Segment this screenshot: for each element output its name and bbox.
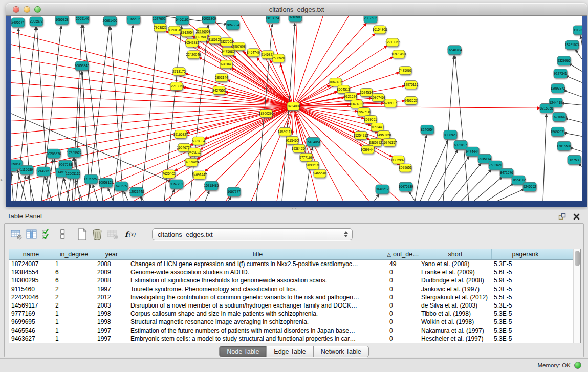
import-table-icon[interactable] — [105, 228, 120, 241]
graph-node[interactable]: 14691447 — [192, 171, 207, 179]
table-row[interactable]: 969969511998Structural magnetic resonanc… — [9, 318, 580, 326]
graph-node[interactable]: 12093873 — [551, 84, 565, 93]
graph-node[interactable]: 3624514 — [360, 89, 373, 97]
minimize-window-button[interactable] — [24, 6, 30, 13]
graph-node[interactable]: 2087682 — [364, 16, 377, 23]
graph-node[interactable]: 9885992 — [391, 156, 405, 164]
graph-node[interactable]: 12213967 — [385, 38, 400, 47]
graph-node[interactable]: 8813054 — [266, 16, 279, 23]
graph-node[interactable]: 14569117 — [278, 127, 293, 136]
graph-node[interactable]: 8099651 — [364, 115, 377, 123]
graph-node[interactable]: 17016504 — [557, 141, 572, 150]
graph-node[interactable]: 20053346 — [75, 61, 90, 71]
column-header-name[interactable]: name — [9, 249, 53, 259]
graph-node[interactable]: 2588520 — [272, 54, 285, 62]
graph-node[interactable]: 9218503 — [289, 16, 302, 22]
graph-node[interactable]: 9777169 — [299, 153, 313, 161]
graph-node[interactable]: 7963822 — [154, 24, 167, 32]
graph-node[interactable]: 1244419 — [549, 98, 562, 107]
graph-node[interactable]: 20206576 — [47, 149, 61, 158]
graph-node[interactable]: 9245652 — [523, 182, 536, 191]
graph-node[interactable]: 7857224 — [226, 20, 239, 30]
tab-node-table[interactable]: Node Table — [220, 346, 267, 357]
graph-node[interactable]: 16154808 — [373, 26, 387, 34]
graph-node[interactable]: 14959758 — [377, 130, 391, 139]
table-row[interactable]: 946554611997Estimation of the future num… — [9, 326, 580, 335]
graph-node[interactable]: 18300295 — [259, 109, 274, 117]
graph-node[interactable]: 16210643 — [552, 112, 567, 121]
graph-node[interactable]: 12213363 — [169, 82, 184, 91]
table-mode-icon[interactable] — [9, 228, 24, 241]
graph-node[interactable]: 17957253 — [84, 174, 99, 184]
graph-node[interactable]: 10807467 — [371, 94, 386, 102]
graph-node[interactable]: 12923448 — [129, 187, 144, 196]
column-header-pagerank[interactable]: pagerank — [492, 249, 559, 259]
graph-node[interactable]: 1115689 — [20, 165, 33, 174]
row-height-icon[interactable] — [55, 228, 70, 241]
zoom-window-button[interactable] — [34, 6, 41, 13]
graph-node[interactable]: 8427552 — [212, 86, 226, 95]
graph-node[interactable]: 9153449 — [371, 123, 384, 131]
panel-collapse-arrow-icon[interactable]: ▸ — [1, 177, 3, 182]
graph-node[interactable]: 8240954 — [421, 125, 434, 134]
table-row[interactable]: 1456911722003Disruption of a novel membe… — [9, 301, 580, 310]
graph-node[interactable]: 1667277 — [227, 187, 241, 196]
graph-node[interactable]: 16543382 — [185, 39, 200, 47]
graph-node[interactable]: 9448212 — [376, 185, 389, 194]
table-selector[interactable]: citations_edges.txt — [152, 228, 353, 240]
graph-node[interactable]: 9242848 — [220, 60, 233, 69]
column-header-year[interactable]: year — [95, 249, 128, 259]
graph-node[interactable]: 9469822 — [188, 148, 201, 156]
graph-node[interactable]: 7625402 — [162, 170, 176, 178]
graph-node[interactable]: 2069140 — [76, 16, 89, 24]
show-columns-icon[interactable] — [24, 228, 39, 241]
graph-node[interactable]: 9463627 — [404, 97, 418, 105]
graph-node[interactable]: 17359924 — [67, 148, 82, 157]
tab-network-table[interactable]: Network Table — [314, 346, 368, 357]
graph-node[interactable]: 2803144 — [215, 74, 228, 82]
close-window-button[interactable] — [13, 6, 19, 13]
graph-node[interactable]: 20691406 — [103, 16, 118, 26]
graph-node[interactable]: 18724007 — [286, 102, 301, 111]
graph-node[interactable]: 2405574 — [11, 18, 25, 27]
graph-node[interactable]: 7632621 — [489, 161, 502, 170]
select-columns-icon[interactable] — [39, 228, 55, 241]
table-scrollbar-thumb[interactable] — [575, 251, 580, 266]
graph-node[interactable]: 9115460 — [286, 136, 299, 144]
graph-node[interactable]: 15718485 — [204, 181, 219, 190]
graph-node[interactable]: 10599444 — [361, 145, 376, 154]
graph-node[interactable]: 19166827 — [173, 130, 188, 138]
table-row[interactable]: 977716911998Corpus callosum shape and si… — [9, 310, 580, 318]
graph-node[interactable]: 22420046 — [186, 51, 201, 59]
graph-node[interactable]: 7485063 — [399, 67, 412, 75]
graph-node[interactable]: 12142757 — [36, 167, 51, 176]
graph-node[interactable]: 8860128 — [168, 26, 181, 34]
graph-node[interactable]: 19384554 — [292, 144, 307, 152]
graph-node[interactable]: 1112345 — [573, 26, 582, 35]
graph-node[interactable]: 9475685 — [222, 48, 235, 56]
graph-node[interactable]: 1065532 — [127, 16, 140, 24]
table-row[interactable]: 1830029562008Estimation of significance … — [9, 276, 580, 285]
table-row[interactable]: 946362711997Embryonic stem cells: a mode… — [9, 335, 580, 343]
graph-node[interactable]: 16033809 — [202, 16, 216, 24]
graph-node[interactable]: 16648784 — [447, 46, 462, 55]
table-row[interactable]: 1872400712008Changes of HCN gene express… — [9, 260, 580, 268]
graph-node[interactable]: 15184051 — [306, 137, 321, 146]
graph-node[interactable]: 9227341 — [554, 69, 567, 78]
graph-node[interactable]: 8471676 — [500, 168, 513, 178]
graph-node[interactable]: 16782759 — [114, 182, 129, 191]
graph-node[interactable]: 10973493 — [391, 50, 406, 58]
graph-node[interactable]: 16476989 — [399, 182, 413, 191]
graph-node[interactable]: 9827508 — [220, 38, 233, 46]
column-header-title[interactable]: title — [128, 249, 387, 259]
table-row[interactable]: 1938455462009Genome-wide association stu… — [9, 268, 580, 276]
network-canvas[interactable]: 1872400779638228860128891295423226058982… — [11, 16, 582, 201]
float-panel-icon[interactable] — [557, 212, 567, 221]
graph-node[interactable]: 8454749 — [247, 49, 260, 57]
graph-node[interactable]: 9329966 — [557, 56, 571, 65]
graph-node[interactable]: 15751074 — [565, 40, 580, 50]
graph-node[interactable]: 16946157 — [382, 138, 397, 146]
graph-node[interactable]: 2905572 — [30, 17, 43, 26]
table-row[interactable]: 2242004622012Investigating the contribut… — [9, 293, 580, 301]
network-window-titlebar[interactable]: citations_edges.txt — [6, 3, 587, 16]
